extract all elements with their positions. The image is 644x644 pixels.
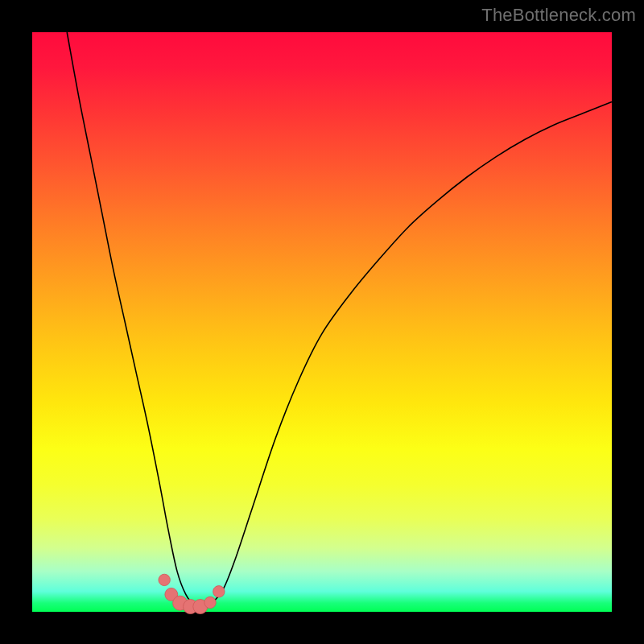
highlight-markers: [159, 574, 225, 613]
plot-area: [32, 32, 612, 612]
curve-svg: [32, 32, 612, 612]
marker-dot: [213, 586, 225, 597]
marker-dot: [159, 574, 170, 585]
watermark-text: TheBottleneck.com: [481, 5, 636, 26]
chart-frame: TheBottleneck.com: [0, 0, 644, 644]
marker-dot: [204, 597, 216, 608]
bottleneck-curve: [67, 32, 612, 606]
